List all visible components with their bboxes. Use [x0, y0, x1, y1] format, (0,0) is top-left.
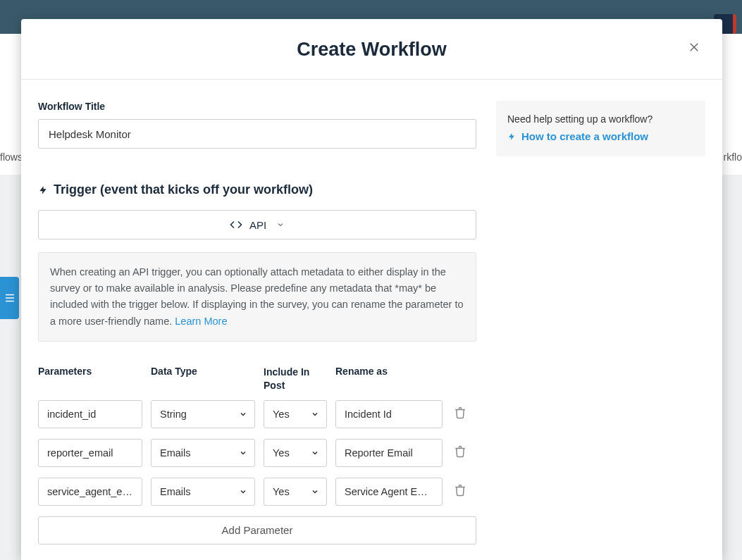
- param-rename-input[interactable]: [335, 400, 443, 428]
- parameter-row: EmailsYes: [38, 439, 476, 467]
- help-question: Need help setting up a workflow?: [507, 113, 694, 125]
- learn-more-link[interactable]: Learn More: [175, 316, 227, 327]
- param-include-select[interactable]: Yes: [264, 478, 327, 506]
- trigger-heading: Trigger (event that kicks off your workf…: [38, 182, 476, 197]
- bg-side-tab: [0, 277, 19, 319]
- parameter-row: EmailsYes: [38, 478, 476, 506]
- param-include-value: Yes: [273, 447, 290, 459]
- col-header-data-type: Data Type: [151, 366, 255, 377]
- parameters-table: Parameters Data Type Include In Post Ren…: [38, 366, 476, 545]
- param-type-select[interactable]: Emails: [151, 439, 255, 467]
- param-include-select[interactable]: Yes: [264, 439, 327, 467]
- form-column: Workflow Title Trigger (event that kicks…: [38, 101, 476, 545]
- parameter-row: StringYes: [38, 400, 476, 428]
- col-header-rename: Rename as: [335, 366, 443, 377]
- col-header-include: Include In Post: [264, 366, 327, 393]
- param-include-value: Yes: [273, 409, 290, 420]
- modal-header: Create Workflow: [21, 19, 722, 80]
- bg-text-right: rkflo: [724, 151, 742, 163]
- delete-param-button[interactable]: [454, 484, 466, 499]
- param-name-input[interactable]: [38, 439, 142, 467]
- add-parameter-button[interactable]: Add Parameter: [38, 516, 476, 545]
- help-panel: Need help setting up a workflow? How to …: [496, 101, 705, 156]
- param-type-value: Emails: [160, 447, 191, 459]
- parameters-header-row: Parameters Data Type Include In Post Ren…: [38, 366, 476, 393]
- help-link-text: How to create a workflow: [521, 130, 648, 142]
- chevron-down-icon: [239, 449, 247, 457]
- modal-title: Create Workflow: [35, 39, 708, 61]
- chevron-down-icon: [311, 449, 319, 457]
- param-include-select[interactable]: Yes: [264, 400, 327, 428]
- param-type-value: Emails: [160, 486, 191, 497]
- lightning-icon: [507, 131, 516, 142]
- modal-body: Workflow Title Trigger (event that kicks…: [21, 80, 722, 545]
- lightning-icon: [38, 184, 48, 197]
- chevron-down-icon: [311, 487, 319, 496]
- chevron-down-icon: [239, 410, 247, 418]
- chevron-down-icon: [276, 220, 285, 229]
- trigger-info-text: When creating an API trigger, you can op…: [50, 266, 464, 327]
- trigger-info-box: When creating an API trigger, you can op…: [38, 252, 476, 342]
- trash-icon: [454, 406, 466, 419]
- trigger-select[interactable]: API: [38, 210, 476, 239]
- param-rename-input[interactable]: [335, 478, 443, 506]
- create-workflow-modal: Create Workflow Workflow Title Trigger (…: [21, 19, 722, 560]
- delete-param-button[interactable]: [454, 406, 466, 422]
- trash-icon: [454, 484, 466, 497]
- param-include-value: Yes: [273, 486, 290, 497]
- trigger-selected-label: API: [249, 219, 266, 231]
- code-icon: [230, 220, 242, 230]
- help-link[interactable]: How to create a workflow: [507, 130, 694, 142]
- trash-icon: [454, 445, 466, 458]
- delete-param-button[interactable]: [454, 445, 466, 461]
- param-type-select[interactable]: Emails: [151, 478, 255, 506]
- param-name-input[interactable]: [38, 400, 142, 428]
- workflow-title-input[interactable]: [38, 119, 476, 149]
- param-name-input[interactable]: [38, 478, 142, 506]
- bg-text-left: flows: [0, 151, 23, 163]
- param-rename-input[interactable]: [335, 439, 443, 467]
- col-header-parameters: Parameters: [38, 366, 142, 377]
- param-type-value: String: [160, 409, 187, 420]
- chevron-down-icon: [311, 410, 319, 418]
- param-type-select[interactable]: String: [151, 400, 255, 428]
- help-column: Need help setting up a workflow? How to …: [496, 101, 705, 545]
- close-button[interactable]: [680, 33, 708, 61]
- workflow-title-label: Workflow Title: [38, 101, 476, 112]
- chevron-down-icon: [239, 487, 247, 496]
- close-icon: [688, 41, 700, 54]
- trigger-heading-text: Trigger (event that kicks off your workf…: [54, 182, 313, 197]
